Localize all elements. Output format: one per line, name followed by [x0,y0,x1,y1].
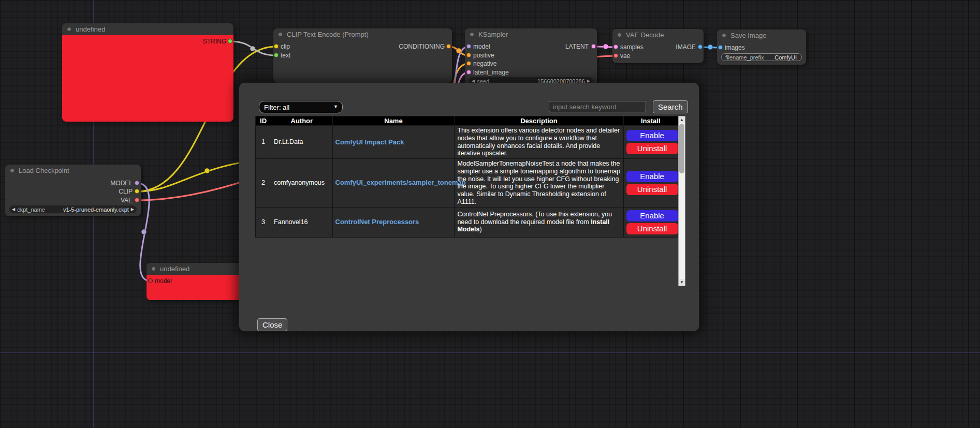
output-slot-dot-clip[interactable] [135,189,139,194]
node-clip-text-encode[interactable]: CLIP Text Encode (Prompt) clip text COND… [273,28,452,83]
ext-description: ControlNet Preprocessors. (To use this e… [455,207,623,237]
input-slot-dot-clip[interactable] [274,44,279,49]
widget-value: v1-5-pruned-emaonly.ckpt [63,206,129,213]
input-slot-dot-text[interactable] [274,53,279,57]
ext-author: Dr.Lt.Data [271,126,332,159]
widget-label: ckpt_name [17,206,45,213]
output-slot-label: MODEL [110,180,133,187]
ext-description: ModelSamplerTonemapNoiseTest a node that… [455,159,623,208]
node-title: CLIP Text Encode (Prompt) [287,31,369,38]
enable-button[interactable]: Enable [626,171,678,182]
extensions-table-wrap: ID Author Name Description Install 1 Dr.… [255,116,678,286]
input-slot-label: negative [473,60,496,67]
collapse-dot-icon[interactable] [470,32,474,37]
search-input[interactable] [549,101,646,112]
node-title-bar[interactable]: Load Checkpoint [5,165,141,176]
node-save-image[interactable]: Save Image images filename_prefix ComfyU… [717,29,806,65]
ext-id: 2 [256,159,271,208]
stepper-left-icon[interactable]: ◀ [12,205,15,213]
output-slot-label: CLIP [119,188,133,195]
input-slot-dot-images[interactable] [718,45,723,50]
input-slot-dot-samples[interactable] [613,45,618,49]
output-slot-label: CONDITIONING [399,43,445,50]
collapse-dot-icon[interactable] [151,267,156,271]
input-slot-label: images [725,44,745,51]
filter-select-wrap: Filter: all ▼ [259,101,343,113]
input-slot-dot-negative[interactable] [466,61,471,66]
output-slot-label: VAE [121,197,133,204]
table-row: 3 Fannovel16 ControlNet Preprocessors Co… [256,207,678,237]
ext-id: 3 [256,207,271,237]
input-slot-label: positive [473,52,494,59]
node-title: Load Checkpoint [19,167,69,174]
filename-prefix-widget[interactable]: filename_prefix ComfyUI [721,53,802,61]
node-title-bar[interactable]: CLIP Text Encode (Prompt) [273,28,452,40]
node-title: VAE Decode [626,31,664,39]
custom-nodes-manager-dialog: Filter: all ▼ Search ID Author Name Desc… [239,83,699,331]
collapse-dot-icon[interactable] [10,168,14,173]
uninstall-button[interactable]: Uninstall [626,184,678,195]
node-title-bar[interactable]: Save Image [717,29,806,41]
input-slot-dot-positive[interactable] [466,53,471,57]
input-slot-label: samples [620,43,643,51]
enable-button[interactable]: Enable [626,210,678,222]
table-row: 1 Dr.Lt.Data ComfyUI Impact Pack This ex… [256,126,678,159]
scrollbar-thumb[interactable] [679,124,684,173]
enable-button[interactable]: Enable [626,130,678,141]
input-slot-dot-latent-image[interactable] [466,70,471,75]
input-slot-label: latent_image [473,69,509,76]
table-header-row: ID Author Name Description Install [256,116,678,126]
uninstall-button[interactable]: Uninstall [626,223,678,234]
uninstall-button[interactable]: Uninstall [626,143,678,154]
close-button[interactable]: Close [257,318,287,331]
output-slot-label: STRING [203,38,226,45]
node-title-bar[interactable]: KSampler [465,28,597,40]
output-slot-dot-string[interactable] [228,39,232,43]
ext-name-link[interactable]: ControlNet Preprocessors [335,218,419,226]
ext-description: This extension offers various detector n… [455,126,623,159]
ckpt-name-widget[interactable]: ◀ ckpt_name v1-5-pruned-emaonly.ckpt ▶ [9,205,137,213]
output-slot-label: IMAGE [676,43,696,51]
ext-name-link[interactable]: ComfyUI_experiments/sampler_tonemap [335,179,466,186]
node-title-bar[interactable]: undefined [62,23,233,35]
input-slot-dot-vae[interactable] [613,53,618,58]
stepper-right-icon[interactable]: ▶ [131,205,134,213]
input-slot-dot-model[interactable] [466,44,471,49]
node-ksampler[interactable]: KSampler model positive negative latent_… [465,28,597,86]
widget-value: ComfyUI [774,54,797,61]
input-slot-dot-model[interactable] [148,278,153,283]
table-scrollbar[interactable]: ▲ ▼ [678,116,685,286]
scroll-down-icon[interactable]: ▼ [679,279,685,286]
input-slot-label: model [155,277,172,285]
input-slot-label: clip [281,43,290,50]
collapse-dot-icon[interactable] [67,27,71,32]
node-vae-decode[interactable]: VAE Decode samples vae IMAGE [612,29,704,63]
ext-name-link[interactable]: ComfyUI Impact Pack [335,138,404,146]
col-header-author: Author [271,116,332,126]
node-title: undefined [76,25,105,33]
output-slot-dot-latent[interactable] [591,44,596,49]
node-undefined-top[interactable]: undefined STRING [62,23,233,122]
col-header-install: Install [623,116,678,126]
search-button[interactable]: Search [653,100,688,113]
output-slot-dot-image[interactable] [698,45,703,49]
node-title-bar[interactable]: VAE Decode [612,29,704,41]
node-title: KSampler [478,31,508,38]
col-header-name: Name [332,116,455,126]
ext-id: 1 [256,126,271,159]
collapse-dot-icon[interactable] [617,33,622,37]
input-slot-label: text [281,52,290,59]
scroll-up-icon[interactable]: ▲ [679,116,685,123]
output-slot-dot-vae[interactable] [135,198,139,202]
filter-select[interactable]: Filter: all [259,101,343,113]
col-header-id: ID [256,116,271,126]
widget-label: filename_prefix [725,54,764,61]
node-title: Save Image [730,32,766,39]
table-row: 2 comfyanonymous ComfyUI_experiments/sam… [256,159,678,208]
output-slot-dot-model[interactable] [135,181,139,185]
collapse-dot-icon[interactable] [722,33,726,38]
output-slot-dot-conditioning[interactable] [446,44,451,49]
collapse-dot-icon[interactable] [278,32,283,37]
input-slot-label: vae [620,52,630,60]
node-load-checkpoint[interactable]: Load Checkpoint MODEL CLIP VAE ◀ ckpt_na… [5,165,141,216]
